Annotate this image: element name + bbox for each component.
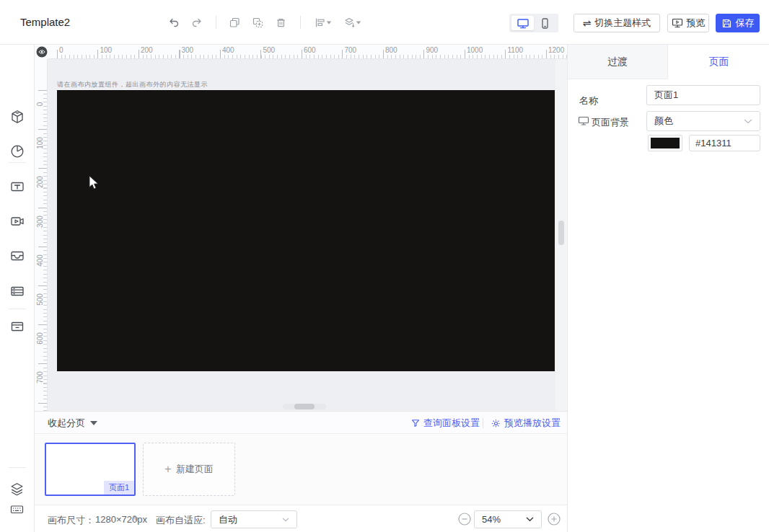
minus-circle-icon (457, 512, 472, 526)
sidebar-divider (9, 467, 26, 468)
filter-icon (411, 419, 420, 427)
vertical-scrollbar-thumb[interactable] (558, 221, 564, 245)
zoom-in-button[interactable] (547, 512, 561, 526)
project-title: Template2 (20, 16, 70, 28)
canvas-fit-label: 画布自适应: (156, 514, 206, 527)
ruler-number: 0 (36, 89, 44, 120)
trash-icon (275, 17, 287, 29)
desktop-mode-button[interactable] (511, 16, 534, 30)
sidebar-item-table[interactable] (9, 283, 25, 299)
ruler-number: 200 (36, 167, 44, 198)
background-color-value: #141311 (695, 138, 731, 148)
copy-button[interactable] (228, 16, 241, 29)
text-icon (9, 179, 25, 195)
desktop-icon (517, 17, 529, 30)
ruler-number: 500 (263, 46, 276, 54)
media-video-icon (9, 213, 25, 229)
ruler-number: 100 (100, 46, 113, 54)
page-canvas[interactable] (57, 90, 555, 371)
ruler-number: 1200 (548, 46, 564, 54)
switch-theme-button[interactable]: ⇌ 切换主题样式 (574, 14, 660, 32)
keyboard-icon (9, 502, 25, 517)
sidebar-item-layers[interactable] (9, 482, 25, 497)
background-type-value: 颜色 (654, 115, 673, 128)
sidebar-item-components-3d[interactable] (9, 109, 25, 125)
page-name-value: 页面1 (654, 89, 678, 102)
copy-icon (229, 17, 241, 29)
horizontal-scrollbar-thumb[interactable] (294, 404, 315, 409)
toggle-guides-button[interactable] (36, 46, 48, 58)
switch-theme-label: 切换主题样式 (594, 17, 651, 30)
playback-settings-label: 预览播放设置 (504, 417, 561, 430)
ruler-number: 600 (36, 323, 44, 355)
ruler-number: 300 (36, 205, 44, 237)
device-toggle (509, 14, 558, 32)
ruler-number: 700 (36, 362, 44, 394)
tab-transition[interactable]: 过渡 (568, 45, 668, 79)
sidebar-divider (9, 162, 26, 163)
sidebar-item-box[interactable] (9, 319, 25, 334)
background-color-swatch[interactable] (648, 135, 682, 151)
align-dropdown-button[interactable] (312, 16, 333, 29)
archive-box-icon (9, 319, 25, 334)
playback-settings-link[interactable]: 预览播放设置 (491, 417, 561, 430)
new-page-button[interactable]: + 新建页面 (143, 443, 235, 496)
sidebar-item-text[interactable] (9, 179, 25, 195)
status-bar: 画布尺寸： 1280×720px ✎ 画布自适应: 自动 54% (35, 505, 567, 532)
page-name-input[interactable]: 页面1 (646, 85, 760, 105)
zoom-out-button[interactable] (457, 512, 472, 526)
edit-size-icon[interactable]: ✎ (132, 513, 140, 524)
ruler-top: 0100200300400500600700800900100011001200… (48, 45, 567, 59)
sidebar-item-charts[interactable] (9, 143, 25, 159)
chevron-down-icon (282, 518, 289, 522)
collapse-pages-button[interactable]: 收起分页 (48, 417, 97, 430)
background-type-select[interactable]: 颜色 (646, 111, 760, 131)
ruler-number: 400 (36, 244, 44, 276)
query-panel-settings-link[interactable]: 查询面板设置 (411, 417, 480, 430)
save-label: 保存 (736, 17, 755, 30)
redo-button[interactable] (190, 16, 203, 29)
tab-page[interactable]: 页面 (668, 45, 769, 79)
gear-icon (491, 419, 501, 428)
layer-order-dropdown-button[interactable] (340, 16, 364, 29)
mobile-mode-button[interactable] (534, 16, 556, 30)
chevron-down-icon (356, 21, 360, 24)
sidebar-item-media[interactable] (9, 213, 25, 229)
switch-icon: ⇌ (583, 18, 592, 28)
query-panel-settings-label: 查询面板设置 (423, 417, 480, 430)
monitor-small-icon (578, 116, 589, 126)
canvas-fit-select[interactable]: 自动 (211, 510, 297, 528)
tab-transition-label: 过渡 (607, 56, 628, 68)
top-toolbar: Template2 (0, 0, 769, 45)
toolbar-separator (216, 16, 216, 29)
delete-button[interactable] (274, 16, 287, 29)
ruler-number: 800 (36, 401, 44, 411)
sidebar-item-shortcuts[interactable] (9, 502, 25, 518)
chevron-down-icon (326, 21, 330, 24)
save-button[interactable]: 保存 (716, 14, 760, 32)
page-thumbnail[interactable]: 页面1 (45, 443, 136, 496)
paste-icon (252, 17, 264, 29)
pages-panel-header: 收起分页 查询面板设置 预览播放设置 (35, 412, 567, 434)
zoom-level-select[interactable]: 54% (474, 510, 542, 528)
chevron-down-icon (744, 119, 752, 124)
ruler-number: 900 (426, 46, 439, 54)
preview-button[interactable]: 预览 (667, 14, 709, 32)
chevron-down-icon (526, 517, 534, 522)
table-rows-icon (9, 283, 25, 299)
ruler-number: 1000 (467, 46, 483, 54)
ruler-number: 700 (345, 46, 357, 54)
cube-icon (9, 109, 25, 125)
zoom-level-value: 54% (482, 514, 501, 525)
mouse-cursor (89, 175, 100, 190)
paste-button[interactable] (251, 16, 264, 29)
redo-icon (190, 16, 203, 29)
undo-button[interactable] (167, 16, 180, 29)
sidebar-item-container[interactable] (9, 248, 25, 264)
background-color-input[interactable]: #141311 (689, 135, 760, 151)
pie-chart-icon (9, 143, 25, 159)
preview-label: 预览 (687, 17, 706, 30)
inbox-icon (9, 248, 25, 264)
save-icon (721, 18, 732, 29)
links-separator (483, 418, 483, 428)
